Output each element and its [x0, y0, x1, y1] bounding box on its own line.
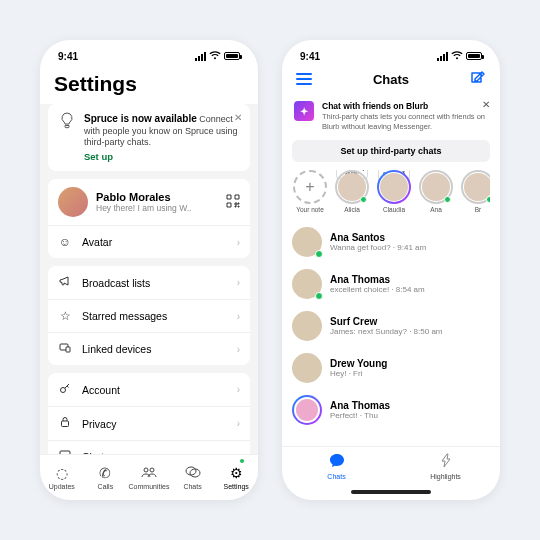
chevron-right-icon: ›	[237, 311, 240, 322]
tab-communities[interactable]: Communities	[127, 455, 171, 500]
chats-icon	[185, 465, 201, 481]
chat-row[interactable]: Ana ThomasPerfect! · Thu	[292, 389, 490, 431]
status-time: 9:41	[300, 51, 320, 62]
online-dot-icon	[486, 196, 490, 203]
battery-icon	[224, 52, 240, 60]
starred-row[interactable]: ☆ Starred messages ›	[48, 299, 250, 332]
tab-updates[interactable]: ◌Updates	[40, 455, 84, 500]
chat-name: Ana Thomas	[330, 400, 490, 411]
story-add[interactable]: + Your note	[292, 170, 328, 213]
tab-chats[interactable]: Chats	[282, 447, 391, 486]
chevron-right-icon: ›	[237, 277, 240, 288]
communities-icon	[141, 465, 157, 481]
plus-icon: +	[293, 170, 327, 204]
tab-label: Updates	[49, 483, 75, 490]
online-dot-icon	[315, 292, 323, 300]
online-dot-icon	[444, 196, 451, 203]
qr-code-icon[interactable]	[226, 194, 240, 211]
lightbulb-icon	[58, 112, 76, 163]
chat-name: Ana Thomas	[330, 274, 490, 285]
privacy-row[interactable]: Privacy ›	[48, 406, 250, 440]
profile-card: Pablo Morales Hey there! I am using W.. …	[48, 179, 250, 258]
statusbar: 9:41	[282, 40, 500, 66]
row-label: Avatar	[82, 236, 112, 248]
svg-rect-3	[62, 421, 69, 427]
gear-icon: ⚙	[230, 465, 243, 481]
chat-row[interactable]: Ana Thomasexcellent choice! · 8:54 am	[292, 263, 490, 305]
tab-chats[interactable]: Chats	[171, 455, 215, 500]
stories-row[interactable]: + Your note Study study study! Alicia La…	[292, 170, 490, 221]
svg-point-4	[144, 468, 148, 472]
wifi-icon	[451, 51, 463, 62]
banner-cta[interactable]: Set up third-party chats	[292, 140, 490, 162]
updates-icon: ◌	[56, 465, 68, 481]
chevron-right-icon: ›	[237, 344, 240, 355]
devices-icon	[58, 342, 72, 356]
lock-icon	[58, 416, 72, 431]
tab-label: Communities	[129, 483, 170, 490]
chat-row[interactable]: Ana SantosWanna get food? · 9:41 am	[292, 221, 490, 263]
story-item[interactable]: Study study study! Alicia	[334, 170, 370, 213]
bolt-icon	[441, 453, 451, 471]
chat-name: Drew Young	[330, 358, 490, 369]
story-item[interactable]: Ana	[418, 170, 454, 213]
settings-content: Spruce is now available Connect with peo…	[40, 104, 258, 454]
chats-row[interactable]: Chats ›	[48, 440, 250, 454]
profile-subtitle: Hey there! I am using W..	[96, 203, 191, 213]
close-icon[interactable]: ✕	[482, 99, 490, 110]
svg-point-2	[61, 388, 66, 393]
close-icon[interactable]: ✕	[234, 112, 242, 123]
chat-name: Surf Crew	[330, 316, 490, 327]
promo-card[interactable]: Spruce is now available Connect with peo…	[48, 104, 250, 171]
avatar-icon: ☺	[58, 235, 72, 249]
settings-screen: 9:41 Settings Spruce is now available Co…	[40, 40, 258, 500]
home-indicator	[351, 490, 431, 494]
chat-sub: James: next Sunday? · 8:50 am	[330, 327, 490, 336]
story-label: Claudia	[376, 206, 412, 213]
wifi-icon	[209, 51, 221, 62]
chevron-right-icon: ›	[237, 237, 240, 248]
avatar-row[interactable]: ☺ Avatar ›	[48, 225, 250, 258]
profile-row[interactable]: Pablo Morales Hey there! I am using W..	[48, 179, 250, 225]
lists-card: Broadcast lists › ☆ Starred messages › L…	[48, 266, 250, 365]
row-label: Account	[82, 384, 120, 396]
chat-row[interactable]: Surf CrewJames: next Sunday? · 8:50 am	[292, 305, 490, 347]
tab-highlights[interactable]: Highlights	[391, 447, 500, 486]
tab-label: Settings	[224, 483, 249, 490]
key-icon	[58, 382, 72, 397]
online-dot-icon	[360, 196, 367, 203]
chat-sub: Perfect! · Thu	[330, 411, 490, 420]
tab-settings[interactable]: ⚙Settings	[214, 455, 258, 500]
bottombar: Chats Highlights	[282, 446, 500, 486]
chats-title: Chats	[373, 72, 409, 87]
svg-point-5	[150, 468, 154, 472]
account-row[interactable]: Account ›	[48, 373, 250, 406]
broadcast-row[interactable]: Broadcast lists ›	[48, 266, 250, 299]
banner-title: Chat with friends on Blurb	[322, 101, 488, 112]
megaphone-icon	[58, 275, 72, 290]
story-item[interactable]: Br	[460, 170, 490, 213]
chats-header: Chats	[282, 66, 500, 97]
page-title: Settings	[40, 66, 258, 104]
chevron-right-icon: ›	[237, 418, 240, 429]
row-label: Linked devices	[82, 343, 151, 355]
chats-content: ✦ Chat with friends on Blurb Third-party…	[282, 97, 500, 446]
banner-desc: Third-party chats lets you connect with …	[322, 112, 485, 131]
promo-title: Spruce is now available	[84, 113, 197, 124]
status-icons	[437, 51, 482, 62]
linked-row[interactable]: Linked devices ›	[48, 332, 250, 365]
tab-label: Highlights	[430, 473, 461, 480]
tabbar: ◌Updates ✆Calls Communities Chats ⚙Setti…	[40, 454, 258, 500]
row-label: Starred messages	[82, 310, 167, 322]
tab-calls[interactable]: ✆Calls	[84, 455, 128, 500]
story-item[interactable]: Last of Us episode 3 omg can w.. Claudia	[376, 170, 412, 213]
profile-name: Pablo Morales	[96, 191, 191, 203]
account-card: Account › Privacy › Chats ›	[48, 373, 250, 454]
compose-button[interactable]	[470, 70, 486, 89]
menu-button[interactable]	[296, 71, 312, 88]
promo-cta[interactable]: Set up	[84, 151, 240, 163]
story-label: Ana	[418, 206, 454, 213]
avatar	[58, 187, 88, 217]
chat-sub: excellent choice! · 8:54 am	[330, 285, 490, 294]
chat-row[interactable]: Drew YoungHey! · Fri	[292, 347, 490, 389]
